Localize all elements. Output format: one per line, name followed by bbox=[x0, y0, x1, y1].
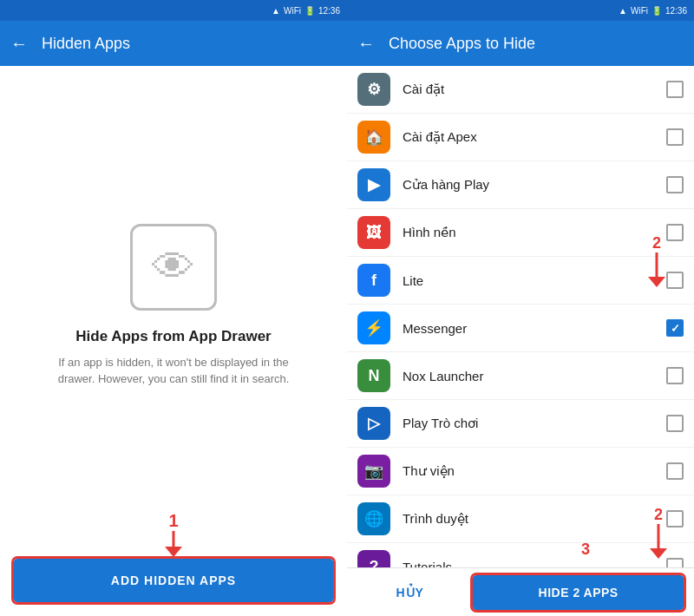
left-panel: ▲ WiFi 🔋 12:36 ← Hidden Apps 👁 Hide Apps… bbox=[0, 0, 347, 616]
signal-icon: ▲ bbox=[272, 6, 280, 16]
app-name-label: Cài đặt Apex bbox=[403, 129, 666, 145]
app-name-label: Hình nền bbox=[403, 225, 666, 240]
app-icon: 🖼 bbox=[357, 216, 390, 249]
app-icon: ⚙ bbox=[357, 73, 390, 106]
right-panel: ▲ WiFi 🔋 12:36 ← Choose Apps to Hide ⚙Cà… bbox=[347, 0, 694, 616]
hidden-apps-title: Hide Apps from App Drawer bbox=[75, 328, 271, 345]
right-back-button[interactable]: ← bbox=[357, 34, 375, 54]
cancel-button[interactable]: HỦY bbox=[357, 575, 462, 610]
app-icon: ▷ bbox=[357, 407, 390, 440]
app-name-label: Lite bbox=[403, 273, 666, 288]
app-checkbox[interactable] bbox=[666, 462, 684, 480]
app-checkbox[interactable] bbox=[666, 176, 684, 193]
app-icon: N bbox=[357, 359, 390, 392]
app-list-item[interactable]: fLite bbox=[347, 257, 694, 305]
hide-apps-button[interactable]: HIDE 2 APPS bbox=[473, 575, 684, 610]
app-list-item[interactable]: ▷Play Trò chơi bbox=[347, 400, 694, 448]
app-icon: f bbox=[357, 264, 390, 297]
right-status-bar: ▲ WiFi 🔋 12:36 bbox=[347, 0, 694, 21]
right-top-bar: ← Choose Apps to Hide bbox=[347, 21, 694, 66]
app-list-item[interactable]: ⚙Cài đặt bbox=[347, 66, 694, 114]
left-content-area: 👁 Hide Apps from App Drawer If an app is… bbox=[0, 66, 347, 545]
left-bottom-bar: 1 ADD HIDDEN APPS bbox=[0, 545, 347, 616]
app-list-item[interactable]: ⚡Messenger bbox=[347, 305, 694, 352]
app-icon: ? bbox=[357, 550, 390, 567]
left-status-bar: ▲ WiFi 🔋 12:36 bbox=[0, 0, 347, 21]
app-name-label: Cửa hàng Play bbox=[403, 177, 666, 193]
app-icon: 🌐 bbox=[357, 502, 390, 535]
app-checkbox[interactable] bbox=[666, 81, 684, 98]
add-hidden-apps-button[interactable]: ADD HIDDEN APPS bbox=[14, 559, 333, 602]
app-name-label: Messenger bbox=[403, 321, 666, 336]
wifi-icon: WiFi bbox=[284, 6, 301, 16]
right-title: Choose Apps to Hide bbox=[389, 35, 535, 53]
eye-slash-icon: 👁 bbox=[152, 242, 195, 292]
app-list-item[interactable]: NNox Launcher bbox=[347, 352, 694, 400]
app-name-label: Thư viện bbox=[403, 463, 666, 479]
app-name-label: Trình duyệt bbox=[403, 511, 666, 527]
app-name-label: Nox Launcher bbox=[403, 369, 666, 383]
app-name-label: Play Trò chơi bbox=[403, 416, 666, 431]
app-checkbox[interactable] bbox=[666, 415, 684, 432]
time-left: 12:36 bbox=[318, 6, 340, 16]
app-checkbox[interactable] bbox=[666, 367, 684, 384]
app-name-label: Cài đặt bbox=[403, 82, 666, 97]
right-bottom-bar: HỦY HIDE 2 APPS bbox=[347, 567, 694, 616]
app-icon: 📷 bbox=[357, 455, 390, 488]
right-battery-icon: 🔋 bbox=[651, 6, 662, 16]
svg-marker-1 bbox=[165, 547, 182, 557]
right-signal-icon: ▲ bbox=[619, 6, 627, 16]
app-list-item[interactable]: 🖼Hình nền bbox=[347, 209, 694, 257]
app-icon: 🏠 bbox=[357, 121, 390, 154]
app-checkbox[interactable] bbox=[666, 224, 684, 241]
left-top-bar: ← Hidden Apps bbox=[0, 21, 347, 66]
app-name-label: Tutorials bbox=[403, 560, 666, 568]
app-list: ⚙Cài đặt🏠Cài đặt Apex▶Cửa hàng Play🖼Hình… bbox=[347, 66, 694, 567]
app-list-item[interactable]: 🏠Cài đặt Apex bbox=[347, 114, 694, 161]
app-list-item[interactable]: 📷Thư viện bbox=[347, 448, 694, 495]
right-status-icons: ▲ WiFi 🔋 12:36 bbox=[619, 6, 687, 16]
app-icon: ▶ bbox=[357, 168, 390, 201]
app-checkbox[interactable] bbox=[666, 319, 684, 337]
app-icon: ⚡ bbox=[357, 311, 390, 344]
app-list-item[interactable]: ?Tutorials bbox=[347, 543, 694, 567]
app-checkbox[interactable] bbox=[666, 558, 684, 567]
app-checkbox[interactable] bbox=[666, 272, 684, 289]
battery-icon: 🔋 bbox=[304, 6, 315, 16]
right-wifi-icon: WiFi bbox=[631, 6, 648, 16]
app-list-item[interactable]: 🌐Trình duyệt bbox=[347, 495, 694, 543]
left-title: Hidden Apps bbox=[42, 35, 130, 53]
app-checkbox[interactable] bbox=[666, 128, 684, 146]
left-back-button[interactable]: ← bbox=[10, 34, 28, 54]
right-time: 12:36 bbox=[665, 6, 687, 16]
left-status-icons: ▲ WiFi 🔋 12:36 bbox=[272, 6, 340, 16]
hidden-apps-placeholder-icon: 👁 bbox=[130, 224, 217, 311]
app-checkbox[interactable] bbox=[666, 510, 684, 528]
hidden-apps-description: If an app is hidden, it won't be display… bbox=[52, 354, 295, 388]
app-list-item[interactable]: ▶Cửa hàng Play bbox=[347, 161, 694, 209]
